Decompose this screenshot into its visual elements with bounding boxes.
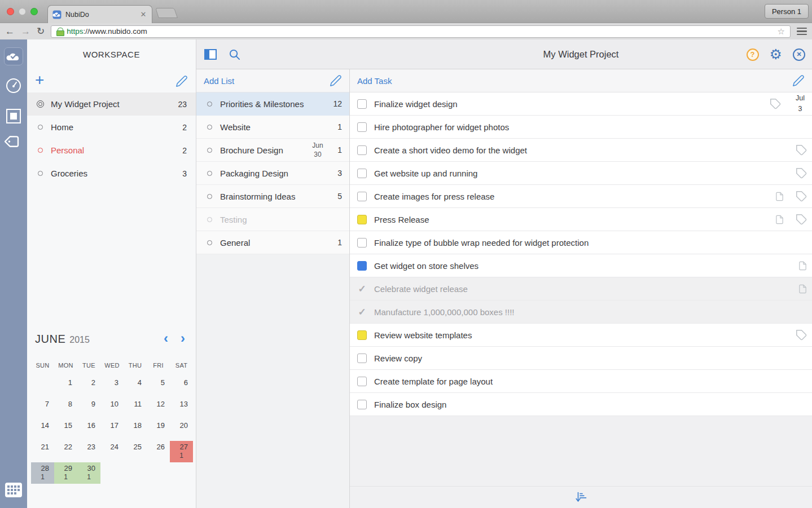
add-list-button[interactable]: Add List [204,76,234,86]
task-row[interactable]: ✓Manufacture 1,000,000,000 boxes !!!! [350,301,812,324]
task-checkbox[interactable] [357,354,367,363]
task-row[interactable]: Get widget on store shelves [350,254,812,277]
calendar-day[interactable]: 4 [124,377,147,398]
help-icon[interactable]: ? [747,48,759,61]
sidebar-toggle-icon[interactable] [204,49,217,60]
calendar-day[interactable]: 301 [77,462,100,484]
task-row[interactable]: Create a short video demo for the widget [350,139,812,162]
task-checkbox[interactable] [357,377,367,386]
board-nav-item[interactable] [0,108,27,124]
tag-icon[interactable] [796,167,807,179]
calendar-day[interactable]: 15 [54,419,77,441]
task-row[interactable]: Finalize box design [350,393,812,416]
tag-icon[interactable] [796,214,807,226]
list-item[interactable]: Packaging Design3 [196,162,349,185]
task-checkbox[interactable] [357,192,367,201]
tag-icon[interactable] [796,144,807,156]
calendar-day[interactable]: 291 [54,462,77,484]
calendar-day[interactable]: 11 [124,398,147,419]
edit-workspace-icon[interactable] [175,75,188,87]
calendar-day[interactable]: 7 [31,398,54,419]
tag-icon[interactable] [770,98,782,110]
add-workspace-icon[interactable]: + [35,72,44,88]
task-row[interactable]: Finalize widget designJul3 [350,92,812,116]
back-icon[interactable]: ← [5,26,15,36]
calendar-next-icon[interactable]: › [181,333,185,343]
task-row[interactable]: Review copy [350,347,812,370]
calendar-day[interactable]: 21 [31,441,54,462]
zoom-window-button[interactable] [30,8,38,15]
tasks-nav-item[interactable] [0,47,27,65]
note-icon[interactable] [775,191,784,202]
calendar-day[interactable]: 14 [31,419,54,441]
list-item[interactable]: Testing [196,208,349,231]
calendar-day[interactable]: 3 [100,377,124,398]
workspace-item[interactable]: Personal2 [27,139,196,162]
minimize-window-button[interactable] [19,8,26,15]
calendar-day[interactable]: 271 [170,441,193,462]
new-tab-button[interactable] [155,8,178,18]
browser-menu-icon[interactable] [797,28,807,36]
list-item[interactable]: Brainstorming Ideas5 [196,185,349,208]
calendar-day[interactable]: 16 [77,419,100,441]
task-row[interactable]: Create images for press release [350,185,812,208]
task-checkbox[interactable] [357,99,367,109]
list-item[interactable]: Priorities & Milestones12 [196,92,349,116]
search-icon[interactable] [229,48,240,60]
workspace-item[interactable]: My Widget Project23 [27,92,196,116]
calendar-day[interactable]: 5 [147,377,170,398]
calendar-day[interactable]: 13 [170,398,193,419]
note-icon[interactable] [775,214,784,225]
bookmark-star-icon[interactable]: ☆ [778,26,785,37]
dashboard-nav-item[interactable] [0,77,27,94]
edit-lists-icon[interactable] [330,74,342,87]
calendar-day[interactable]: 6 [170,377,193,398]
calendar-day[interactable]: 26 [147,441,170,462]
note-icon[interactable] [798,260,807,271]
task-row[interactable]: Press Release [350,208,812,231]
task-row[interactable]: Review website templates [350,324,812,347]
calendar-day[interactable]: 8 [54,398,77,419]
calendar-day[interactable]: 12 [147,398,170,419]
task-row[interactable]: Create template for page layout [350,370,812,393]
close-panel-icon[interactable]: ✕ [793,48,805,61]
task-checkbox[interactable] [357,145,367,155]
calendar-prev-icon[interactable]: ‹ [164,333,168,343]
calendar-day[interactable]: 23 [77,441,100,462]
task-checkbox[interactable] [357,238,367,248]
tab-close-icon[interactable]: ✕ [139,10,147,19]
list-item[interactable]: Brochure DesignJun301 [196,139,349,162]
calendar-day[interactable]: 20 [170,419,193,441]
task-checkbox[interactable] [357,330,367,340]
list-item[interactable]: Website1 [196,116,349,139]
browser-tab[interactable]: NubiDo ✕ [47,5,152,23]
tag-icon[interactable] [796,191,807,202]
tag-icon[interactable] [796,329,807,341]
task-checkbox[interactable] [357,261,367,271]
close-window-button[interactable] [7,8,14,15]
list-item[interactable]: General1 [196,231,349,254]
tags-nav-item[interactable] [0,132,27,151]
edit-tasks-icon[interactable] [792,74,805,87]
calendar-day[interactable]: 22 [54,441,77,462]
calendar-day[interactable]: 17 [100,419,124,441]
calendar-day[interactable]: 10 [100,398,124,419]
address-bar[interactable]: https://www.nubido.com ☆ [51,25,791,38]
calendar-day[interactable]: 9 [77,398,100,419]
forward-icon[interactable]: → [21,26,30,36]
task-checkbox[interactable] [357,169,367,178]
calendar-day[interactable]: 25 [124,441,147,462]
note-icon[interactable] [798,284,807,294]
task-row[interactable]: Hire photographer for widget photos [350,116,812,139]
refresh-icon[interactable]: ↻ [37,26,45,36]
calendar-day[interactable]: 24 [100,441,124,462]
calendar-day[interactable]: 281 [31,462,54,484]
calendar-day[interactable]: 19 [147,419,170,441]
sort-icon[interactable] [575,491,587,503]
calendar-day[interactable]: 2 [77,377,100,398]
task-checkbox[interactable] [357,122,367,132]
workspace-item[interactable]: Groceries3 [27,162,196,185]
add-task-button[interactable]: Add Task [357,76,392,86]
workspace-item[interactable]: Home2 [27,116,196,139]
profile-button[interactable]: Person 1 [765,4,809,19]
